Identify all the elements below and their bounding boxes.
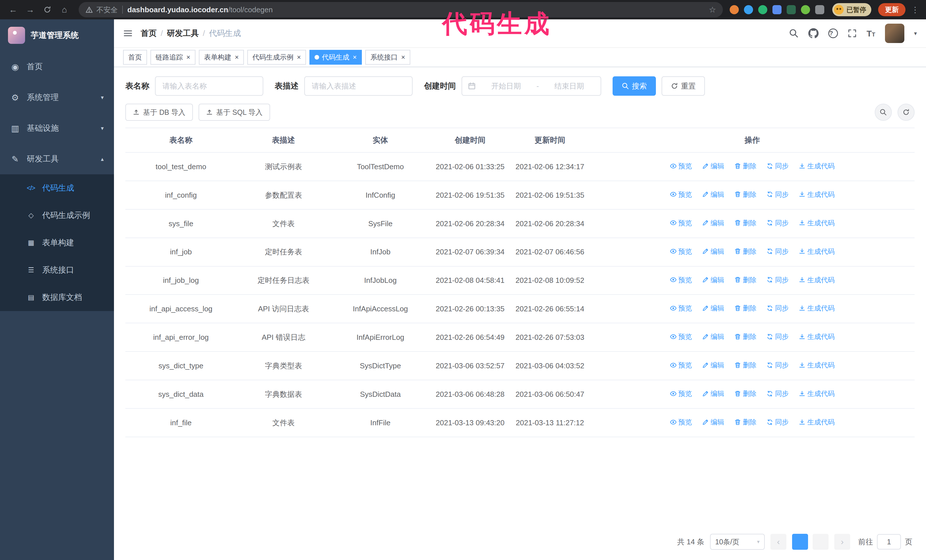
generate-code-link[interactable]: 生成代码 <box>799 189 835 200</box>
preview-link[interactable]: 预览 <box>670 360 692 370</box>
generate-code-link[interactable]: 生成代码 <box>799 217 835 228</box>
date-range-picker[interactable]: 开始日期 - 结束日期 <box>461 76 601 96</box>
extension-icon[interactable] <box>730 5 739 14</box>
sidebar-item-home[interactable]: ◉ 首页 <box>0 51 114 82</box>
extension-icon[interactable] <box>772 5 782 14</box>
preview-link[interactable]: 预览 <box>670 417 692 427</box>
prev-page-button[interactable]: ‹ <box>770 534 787 550</box>
sync-link[interactable]: 同步 <box>766 331 789 342</box>
sync-link[interactable]: 同步 <box>766 275 789 285</box>
next-page-button[interactable]: › <box>834 534 850 550</box>
page-size-select[interactable]: 10条/页 ▾ <box>710 534 765 550</box>
sidebar-item-system[interactable]: ⚙ 系统管理 ▾ <box>0 82 114 113</box>
sync-link[interactable]: 同步 <box>766 217 789 228</box>
preview-link[interactable]: 预览 <box>670 388 692 399</box>
back-icon[interactable]: ← <box>6 2 21 17</box>
sync-link[interactable]: 同步 <box>766 161 789 171</box>
goto-page-input[interactable] <box>877 534 901 549</box>
forward-icon[interactable]: → <box>23 2 38 17</box>
sync-link[interactable]: 同步 <box>766 246 789 257</box>
close-icon[interactable]: × <box>401 53 405 61</box>
sidebar-subitem[interactable]: </> 代码生成 <box>0 174 114 202</box>
extension-icon[interactable] <box>758 5 767 14</box>
reset-button[interactable]: 重置 <box>661 76 705 96</box>
delete-link[interactable]: 删除 <box>734 161 757 171</box>
preview-link[interactable]: 预览 <box>670 275 692 285</box>
refresh-table-button[interactable] <box>897 104 915 121</box>
import-sql-button[interactable]: 基于 SQL 导入 <box>198 104 270 121</box>
generate-code-link[interactable]: 生成代码 <box>799 388 835 399</box>
delete-link[interactable]: 删除 <box>734 417 757 427</box>
generate-code-link[interactable]: 生成代码 <box>799 161 835 171</box>
close-icon[interactable]: × <box>235 53 239 61</box>
delete-link[interactable]: 删除 <box>734 189 757 200</box>
delete-link[interactable]: 删除 <box>734 217 757 228</box>
preview-link[interactable]: 预览 <box>670 189 692 200</box>
sidebar-subitem[interactable]: ☰ 系统接口 <box>0 257 114 284</box>
tab[interactable]: 系统接口 × <box>365 50 410 65</box>
preview-link[interactable]: 预览 <box>670 217 692 228</box>
toggle-search-button[interactable] <box>875 104 892 121</box>
extension-icon[interactable] <box>801 5 810 14</box>
reload-icon[interactable] <box>40 2 55 17</box>
security-indicator[interactable]: 不安全 <box>85 5 118 15</box>
generate-code-link[interactable]: 生成代码 <box>799 303 835 313</box>
browser-update-button[interactable]: 更新 <box>878 3 905 16</box>
edit-link[interactable]: 编辑 <box>702 246 724 257</box>
close-icon[interactable]: × <box>297 53 301 61</box>
sidebar-subitem[interactable]: ▤ 数据库文档 <box>0 284 114 311</box>
search-icon[interactable] <box>789 29 799 38</box>
fullscreen-icon[interactable] <box>848 29 857 38</box>
tab[interactable]: 首页 <box>123 50 147 65</box>
edit-link[interactable]: 编辑 <box>702 275 724 285</box>
delete-link[interactable]: 删除 <box>734 331 757 342</box>
delete-link[interactable]: 删除 <box>734 388 757 399</box>
delete-link[interactable]: 删除 <box>734 246 757 257</box>
preview-link[interactable]: 预览 <box>670 331 692 342</box>
edit-link[interactable]: 编辑 <box>702 189 724 200</box>
tab[interactable]: 表单构建 × <box>199 50 244 65</box>
menu-fold-icon[interactable] <box>123 29 133 38</box>
tab[interactable]: 链路追踪 × <box>150 50 195 65</box>
tab[interactable]: 代码生成 × <box>309 50 362 65</box>
page-number-button[interactable] <box>792 534 808 550</box>
breadcrumb-home[interactable]: 首页 <box>141 28 157 39</box>
address-bar[interactable]: 不安全 dashboard.yudao.iocoder.cn/tool/code… <box>79 2 723 17</box>
browser-menu-icon[interactable]: ⋮ <box>910 5 920 15</box>
sidebar-item-infrastructure[interactable]: ▥ 基础设施 ▾ <box>0 113 114 143</box>
preview-link[interactable]: 预览 <box>670 246 692 257</box>
edit-link[interactable]: 编辑 <box>702 217 724 228</box>
generate-code-link[interactable]: 生成代码 <box>799 275 835 285</box>
github-icon[interactable] <box>808 28 819 38</box>
breadcrumb-devtools[interactable]: 研发工具 <box>167 28 199 39</box>
table-name-input[interactable] <box>155 76 263 96</box>
table-desc-input[interactable] <box>304 76 413 96</box>
close-icon[interactable]: × <box>186 53 190 61</box>
sync-link[interactable]: 同步 <box>766 189 789 200</box>
edit-link[interactable]: 编辑 <box>702 161 724 171</box>
edit-link[interactable]: 编辑 <box>702 417 724 427</box>
home-icon[interactable]: ⌂ <box>57 2 72 17</box>
extension-icon[interactable] <box>787 5 796 14</box>
edit-link[interactable]: 编辑 <box>702 303 724 313</box>
sidebar-item-devtools[interactable]: ✎ 研发工具 ▴ <box>0 143 114 174</box>
sidebar-subitem[interactable]: ▦ 表单构建 <box>0 229 114 257</box>
import-db-button[interactable]: 基于 DB 导入 <box>126 104 193 121</box>
delete-link[interactable]: 删除 <box>734 360 757 370</box>
font-size-icon[interactable]: TT <box>867 28 875 39</box>
generate-code-link[interactable]: 生成代码 <box>799 360 835 370</box>
avatar[interactable] <box>885 24 904 43</box>
profile-paused-badge[interactable]: 已暂停 <box>832 3 871 16</box>
tab[interactable]: 代码生成示例 × <box>247 50 306 65</box>
chevron-down-icon[interactable]: ▾ <box>914 30 917 37</box>
edit-link[interactable]: 编辑 <box>702 331 724 342</box>
generate-code-link[interactable]: 生成代码 <box>799 331 835 342</box>
generate-code-link[interactable]: 生成代码 <box>799 246 835 257</box>
bookmark-star-icon[interactable]: ☆ <box>709 5 716 15</box>
sync-link[interactable]: 同步 <box>766 360 789 370</box>
sync-link[interactable]: 同步 <box>766 417 789 427</box>
extensions-puzzle-icon[interactable] <box>815 5 824 14</box>
delete-link[interactable]: 删除 <box>734 303 757 313</box>
sync-link[interactable]: 同步 <box>766 388 789 399</box>
sync-link[interactable]: 同步 <box>766 303 789 313</box>
